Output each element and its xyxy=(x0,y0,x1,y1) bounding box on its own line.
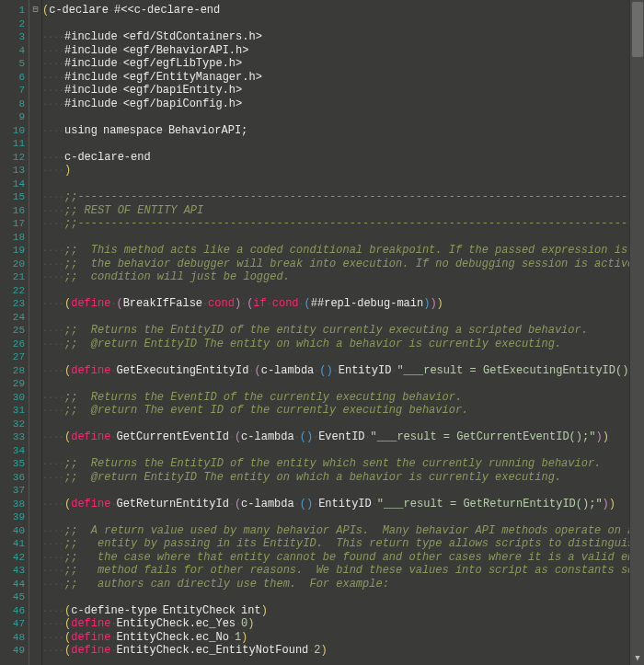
code-line[interactable]: ····#include·<egf/bapiConfig.h> xyxy=(42,97,644,111)
code-line[interactable]: ····;; condition will just be logged. xyxy=(42,270,644,284)
code-line[interactable]: ····;; Returns the EntityID of the entit… xyxy=(42,324,644,338)
fold-marker xyxy=(29,564,41,578)
scrollbar-thumb[interactable] xyxy=(632,2,643,57)
code-line[interactable] xyxy=(42,377,644,391)
token: EventID xyxy=(318,430,364,443)
code-line[interactable]: ····;; Returns the EventID of the curren… xyxy=(42,391,644,405)
code-line[interactable] xyxy=(42,110,644,124)
fold-marker xyxy=(29,364,41,378)
token: ) xyxy=(321,644,328,657)
code-line[interactable]: ····;;----------------------------------… xyxy=(42,217,644,231)
line-number: 16 xyxy=(0,204,25,218)
whitespace: ···· xyxy=(42,166,64,176)
fold-marker xyxy=(29,190,41,204)
token: ;; the behavior debugger will break into… xyxy=(64,258,644,270)
code-line[interactable]: ····(define·EntityCheck.ec_Yes·0) xyxy=(42,617,644,631)
token: c-declare xyxy=(49,4,109,17)
code-line[interactable]: ····;; method fails for other reasons. W… xyxy=(42,564,644,578)
code-line[interactable]: ····;; Returns the EntityID of the entit… xyxy=(42,457,644,471)
code-line[interactable] xyxy=(42,590,644,604)
whitespace: ···· xyxy=(42,86,64,96)
code-line[interactable] xyxy=(42,444,644,458)
token: ( xyxy=(235,498,241,510)
code-line[interactable]: ····(define·(BreakIfFalse·cond)·(if·cond… xyxy=(42,297,644,311)
code-line[interactable]: ····;; the behavior debugger will break … xyxy=(42,258,644,271)
whitespace: ···· xyxy=(42,473,64,483)
token: 1 xyxy=(235,631,241,644)
code-line[interactable]: ····;; REST OF ENTITY API xyxy=(42,204,644,218)
code-line[interactable]: ····using·namespace·BehaviorAPI; xyxy=(42,124,644,138)
code-line[interactable]: ····;; authors can directly use them. Fo… xyxy=(42,578,644,591)
token: ) xyxy=(327,364,333,377)
code-line[interactable] xyxy=(42,284,644,298)
code-line[interactable]: ····#include·<egf/egfLibType.h> xyxy=(42,57,644,71)
code-line[interactable]: (c-declare·#<<c-declare-end xyxy=(42,4,644,17)
fold-marker xyxy=(29,338,41,351)
vertical-scrollbar[interactable]: ▲ ▼ xyxy=(629,0,644,665)
code-line[interactable] xyxy=(42,17,644,31)
code-line[interactable]: ····;; entity by passing in its EntityID… xyxy=(42,537,644,551)
code-line[interactable] xyxy=(42,510,644,524)
code-line[interactable]: ····;;----------------------------------… xyxy=(42,190,644,204)
code-line[interactable]: ····(define·EntityCheck.ec_No·1) xyxy=(42,631,644,645)
line-number: 23 xyxy=(0,297,25,311)
fold-marker[interactable]: ⊟ xyxy=(29,4,41,17)
token: EntityCheck.ec_No xyxy=(116,631,228,644)
token: ( xyxy=(300,498,306,510)
whitespace: ···· xyxy=(42,126,64,136)
token: <egf/EntityManager.h> xyxy=(123,71,262,84)
code-line[interactable]: ····) xyxy=(42,164,644,178)
code-line[interactable] xyxy=(42,484,644,498)
line-number: 20 xyxy=(0,258,25,271)
fold-marker xyxy=(29,484,41,498)
whitespace: ···· xyxy=(42,32,64,42)
code-line[interactable]: ····(c-define-type·EntityCheck·int) xyxy=(42,604,644,618)
code-editor[interactable]: 1234567891011121314151617181920212223242… xyxy=(0,0,644,665)
code-line[interactable]: ····(define·GetReturnEntityId·(c-lambda·… xyxy=(42,498,644,511)
code-line[interactable]: ····#include·<egf/EntityManager.h> xyxy=(42,71,644,85)
fold-marker xyxy=(29,178,41,191)
code-line[interactable]: ····;; A return value used by many behav… xyxy=(42,524,644,538)
fold-marker xyxy=(29,244,41,258)
token: ) xyxy=(261,604,268,617)
code-line[interactable]: ····#include·<efd/StdContainers.h> xyxy=(42,30,644,44)
token: ) xyxy=(595,430,602,443)
fold-marker xyxy=(29,231,41,245)
token: using xyxy=(64,124,98,137)
code-line[interactable] xyxy=(42,137,644,151)
whitespace: ···· xyxy=(42,59,64,69)
token: int xyxy=(241,604,261,617)
code-line[interactable] xyxy=(42,350,644,364)
whitespace: ···· xyxy=(42,539,64,549)
code-line[interactable]: ····#include·<egf/bapiEntity.h> xyxy=(42,84,644,97)
line-number: 12 xyxy=(0,151,25,165)
line-number: 7 xyxy=(0,84,25,97)
code-line[interactable]: ····;; the case where that entity cannot… xyxy=(42,551,644,565)
code-line[interactable]: ····(define·EntityCheck.ec_EntityNotFoun… xyxy=(42,644,644,658)
code-line[interactable]: ····;; This method acts like a coded con… xyxy=(42,244,644,258)
code-line[interactable] xyxy=(42,418,644,431)
fold-marker xyxy=(29,430,41,444)
code-line[interactable]: ····#include·<egf/BehaviorAPI.h> xyxy=(42,44,644,58)
line-number: 43 xyxy=(0,564,25,578)
code-line[interactable]: ····c-declare-end xyxy=(42,151,644,165)
code-line[interactable]: ····;; @return EntityID The entity on wh… xyxy=(42,471,644,485)
whitespace: ···· xyxy=(42,206,64,216)
code-line[interactable] xyxy=(42,311,644,325)
token: #include xyxy=(64,97,118,110)
token: cond xyxy=(272,297,299,310)
code-line[interactable] xyxy=(42,231,644,245)
code-area[interactable]: (c-declare·#<<c-declare-end····#include·… xyxy=(42,0,644,665)
code-line[interactable] xyxy=(42,178,644,191)
token: #include xyxy=(64,30,118,43)
fold-column[interactable]: ⊟ xyxy=(29,0,42,665)
token: ) xyxy=(430,297,436,310)
token: ;; A return value used by many behavior … xyxy=(64,524,644,537)
line-number: 27 xyxy=(0,350,25,364)
scroll-down-arrow[interactable]: ▼ xyxy=(630,652,644,665)
code-line[interactable]: ····(define·GetExecutingEntityId·(c-lamb… xyxy=(42,364,644,378)
code-line[interactable]: ····;; @return The event ID of the curre… xyxy=(42,404,644,418)
code-line[interactable]: ····;; @return EntityID The entity on wh… xyxy=(42,338,644,351)
whitespace: ···· xyxy=(42,73,64,83)
code-line[interactable]: ····(define·GetCurrentEventId·(c-lambda·… xyxy=(42,430,644,444)
